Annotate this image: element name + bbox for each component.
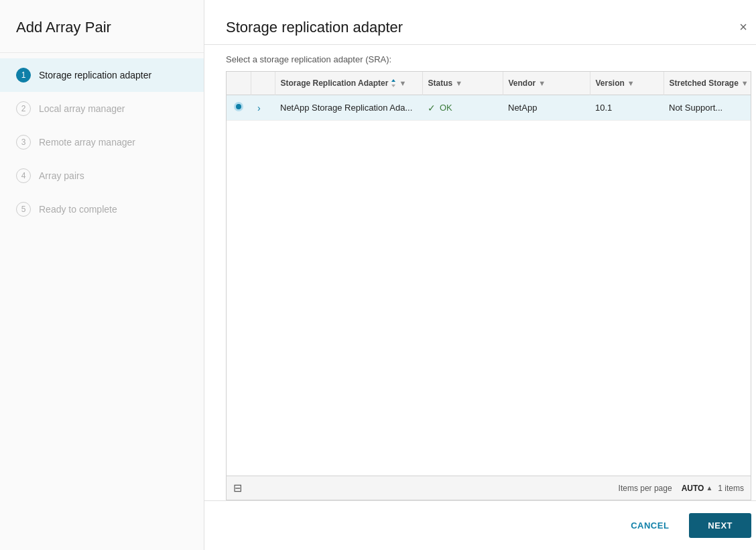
step-number-4: 4 [16,168,31,183]
col-version-label: Version [596,78,625,88]
steps-list: 1 Storage replication adapter 2 Local ar… [0,53,204,231]
sidebar: Add Array Pair 1 Storage replication ada… [0,0,204,550]
grid-view-icon[interactable]: ⊟ [233,482,242,494]
table-body: › NetApp Storage Replication Ada... ✓ OK… [227,95,751,121]
col-header-stretched[interactable]: Stretched Storage ▼ [664,72,751,95]
main-panel: Storage replication adapter × Select a s… [204,0,756,550]
sidebar-step-3[interactable]: 3 Remote array manager [0,125,204,159]
footer-left: ⊟ [233,482,242,494]
step-number-5: 5 [16,202,31,217]
col-header-adapter[interactable]: Storage Replication Adapter ▼ [275,72,422,95]
sidebar-step-4[interactable]: 4 Array pairs [0,159,204,192]
cancel-button[interactable]: CANCEL [619,514,681,537]
radio-dot-0 [234,102,243,111]
row-radio-0[interactable] [227,95,251,121]
filter-status-icon[interactable]: ▼ [455,79,462,87]
col-header-version[interactable]: Version ▼ [590,72,664,95]
step-label-3: Remote array manager [39,137,135,148]
row-status-0: ✓ OK [422,95,503,121]
step-number-1: 1 [16,68,31,82]
per-page-caret[interactable]: ▲ [706,484,712,492]
step-label-5: Ready to complete [39,204,117,215]
close-button[interactable]: × [735,19,751,35]
panel-header: Storage replication adapter × [204,0,756,45]
col-adapter-label: Storage Replication Adapter [281,78,389,88]
step-label-2: Local array manager [39,103,125,114]
total-items: 1 items [718,484,744,493]
row-version-0: 10.1 [590,95,664,121]
filter-stretched-icon[interactable]: ▼ [741,79,749,87]
sidebar-step-2[interactable]: 2 Local array manager [0,92,204,125]
expand-button-0[interactable]: › [256,103,262,113]
row-stretched-0: Not Support... [664,95,751,121]
step-label-1: Storage replication adapter [39,70,151,80]
sidebar-title: Add Array Pair [0,0,204,53]
next-button[interactable]: NEXT [689,513,751,538]
step-number-3: 3 [16,135,31,150]
table-area: Storage Replication Adapter ▼ [226,71,751,500]
table-footer: ⊟ Items per page AUTO ▲ 1 items [227,476,751,500]
panel-title: Storage replication adapter [226,19,403,36]
table-header-row: Storage Replication Adapter ▼ [227,72,751,95]
filter-vendor-icon[interactable]: ▼ [538,79,546,87]
step-number-2: 2 [16,101,31,116]
status-check-icon-0: ✓ [428,103,436,113]
sra-table: Storage Replication Adapter ▼ [227,72,751,121]
col-vendor-label: Vendor [509,78,536,88]
table-scroll[interactable]: Storage Replication Adapter ▼ [227,72,751,476]
table-row[interactable]: › NetApp Storage Replication Ada... ✓ OK… [227,95,751,121]
footer-right: Items per page AUTO ▲ 1 items [619,484,744,493]
sort-adapter-icon[interactable] [391,79,396,87]
filter-version-icon[interactable]: ▼ [627,79,635,87]
status-value-0: OK [440,103,452,113]
items-per-page-label: Items per page [619,484,672,493]
step-label-4: Array pairs [39,170,84,181]
items-per-page-value[interactable]: AUTO ▲ [682,484,713,493]
row-vendor-0: NetApp [503,95,590,121]
panel-subtitle: Select a storage replication adapter (SR… [204,45,756,71]
col-status-label: Status [428,78,453,88]
sidebar-step-5[interactable]: 5 Ready to complete [0,192,204,226]
col-header-vendor[interactable]: Vendor ▼ [503,72,590,95]
sidebar-step-1[interactable]: 1 Storage replication adapter [0,58,204,92]
col-header-status[interactable]: Status ▼ [422,72,503,95]
col-header-expand [251,72,275,95]
per-page-value: AUTO [682,484,704,493]
col-stretched-label: Stretched Storage [670,78,739,88]
row-adapter-0: NetApp Storage Replication Ada... [275,95,422,121]
col-header-checkbox [227,72,251,95]
filter-adapter-icon[interactable]: ▼ [399,79,406,87]
row-expand-0[interactable]: › [251,95,275,121]
add-array-pair-modal: Add Array Pair 1 Storage replication ada… [0,0,756,550]
panel-actions: CANCEL NEXT [204,500,756,550]
